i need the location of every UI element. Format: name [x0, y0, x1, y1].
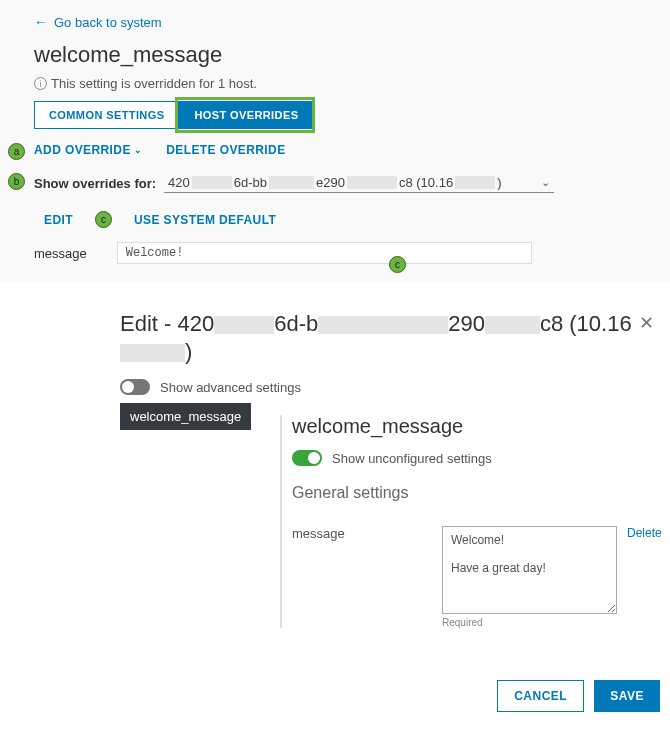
use-system-default-button[interactable]: USE SYSTEM DEFAULT [134, 213, 276, 227]
tab-common-settings[interactable]: COMMON SETTINGS [34, 101, 179, 129]
tab-group: COMMON SETTINGS HOST OVERRIDES [34, 101, 313, 129]
add-override-button[interactable]: ADD OVERRIDE ⌄ [34, 143, 142, 157]
modal-actions: CANCEL SAVE [497, 680, 660, 712]
required-hint: Required [442, 617, 670, 628]
delete-override-button[interactable]: DELETE OVERRIDE [166, 143, 285, 157]
modal-body: welcome_message Show unconfigured settin… [280, 415, 670, 628]
edit-actions: EDIT c USE SYSTEM DEFAULT [34, 211, 646, 228]
redacted [269, 176, 314, 189]
tab-host-overrides[interactable]: HOST OVERRIDES [179, 101, 313, 129]
mt-p3: c8 (10.16 [540, 311, 632, 336]
message-textarea[interactable] [442, 526, 617, 614]
sel-p1: 6d-bb [234, 175, 267, 190]
edit-button[interactable]: EDIT [44, 213, 73, 227]
message-edit-label: message [292, 526, 432, 541]
redacted [192, 176, 232, 189]
override-host-select[interactable]: 420 6d-bb e290 c8 (10.16 ) ⌄ [164, 173, 554, 193]
callout-a: a [8, 143, 25, 160]
advanced-toggle-label: Show advanced settings [160, 380, 301, 395]
add-override-label: ADD OVERRIDE [34, 143, 131, 157]
redacted [120, 344, 185, 362]
back-link-label: Go back to system [54, 15, 162, 30]
advanced-settings-toggle[interactable] [120, 379, 150, 395]
message-edit-row: message Delete [292, 526, 670, 614]
filter-label: Show overrides for: [34, 176, 156, 191]
unconfigured-toggle-label: Show unconfigured settings [332, 451, 492, 466]
callout-c: c [95, 211, 112, 228]
message-value: Welcome! [117, 242, 532, 264]
mt-p4: ) [185, 339, 192, 364]
chevron-down-icon: ⌄ [541, 176, 550, 189]
close-icon[interactable]: ✕ [637, 310, 656, 336]
delete-link[interactable]: Delete [627, 526, 662, 540]
sel-p0: 420 [168, 175, 190, 190]
edit-modal: Edit - 4206d-b290c8 (10.16) ✕ Show advan… [120, 310, 670, 446]
override-note-text: This setting is overridden for 1 host. [51, 76, 257, 91]
back-link[interactable]: ← Go back to system [34, 14, 162, 30]
modal-body-title: welcome_message [292, 415, 670, 438]
mt-p2: 290 [448, 311, 485, 336]
modal-side-tab[interactable]: welcome_message [120, 403, 251, 430]
message-field-row: message Welcome! c [34, 242, 646, 282]
redacted [455, 176, 495, 189]
filter-row: b Show overrides for: 420 6d-bb e290 c8 … [34, 173, 646, 193]
message-label: message [34, 246, 87, 261]
chevron-down-icon: ⌄ [134, 145, 142, 155]
override-note: i This setting is overridden for 1 host. [34, 76, 646, 91]
advanced-toggle-row: Show advanced settings [120, 373, 670, 403]
callout-c2: c [389, 256, 406, 273]
callout-b: b [8, 173, 25, 190]
modal-title: Edit - 4206d-b290c8 (10.16) [120, 310, 637, 365]
info-icon: i [34, 77, 47, 90]
redacted [347, 176, 397, 189]
mt-p1: 6d-b [274, 311, 318, 336]
unconfigured-toggle-row: Show unconfigured settings [292, 450, 670, 466]
page-title: welcome_message [34, 42, 646, 68]
save-button[interactable]: SAVE [594, 680, 660, 712]
redacted [318, 316, 448, 334]
redacted [214, 316, 274, 334]
mt-p0: Edit - 420 [120, 311, 214, 336]
cancel-button[interactable]: CANCEL [497, 680, 584, 712]
sel-p4: ) [497, 175, 501, 190]
arrow-left-icon: ← [34, 14, 48, 30]
general-settings-heading: General settings [292, 484, 670, 502]
override-actions: a ADD OVERRIDE ⌄ DELETE OVERRIDE [34, 143, 646, 157]
sel-p3: c8 (10.16 [399, 175, 453, 190]
redacted [485, 316, 540, 334]
unconfigured-settings-toggle[interactable] [292, 450, 322, 466]
sel-p2: e290 [316, 175, 345, 190]
